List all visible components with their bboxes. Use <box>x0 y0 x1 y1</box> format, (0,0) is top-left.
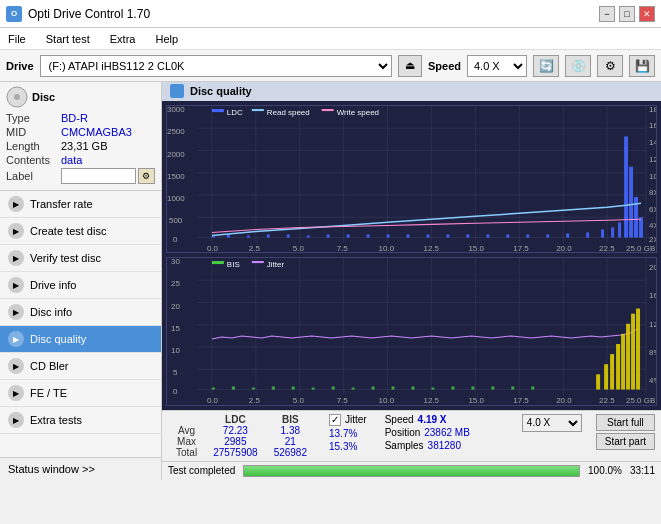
speed-select-stats[interactable]: 4.0 X <box>522 414 582 432</box>
svg-rect-56 <box>601 229 604 237</box>
svg-rect-67 <box>322 109 334 111</box>
svg-text:1000: 1000 <box>167 194 185 203</box>
svg-rect-62 <box>639 217 643 237</box>
svg-rect-63 <box>212 109 224 112</box>
disc-quality-label: Disc quality <box>30 333 86 345</box>
speed-select[interactable]: 4.0 X <box>467 55 527 77</box>
settings-button[interactable]: ⚙ <box>597 55 623 77</box>
menu-help[interactable]: Help <box>151 32 182 46</box>
svg-rect-51 <box>506 234 509 237</box>
svg-rect-118 <box>372 387 375 390</box>
svg-rect-53 <box>546 234 549 237</box>
disc-label-input[interactable] <box>61 168 136 184</box>
svg-text:15.0: 15.0 <box>468 243 484 252</box>
disc-button[interactable]: 💿 <box>565 55 591 77</box>
sidebar-item-drive-info[interactable]: ▶ Drive info <box>0 272 161 299</box>
svg-rect-113 <box>272 387 275 390</box>
sidebar-item-verify-test-disc[interactable]: ▶ Verify test disc <box>0 245 161 272</box>
svg-text:25.0 GB: 25.0 GB <box>626 396 655 405</box>
transfer-rate-label: Transfer rate <box>30 198 93 210</box>
menu-start-test[interactable]: Start test <box>42 32 94 46</box>
sidebar-item-transfer-rate[interactable]: ▶ Transfer rate <box>0 191 161 218</box>
content-area: Disc quality <box>162 82 661 480</box>
stats-total-label: Total <box>168 447 205 458</box>
disc-length-value: 23,31 GB <box>61 140 107 152</box>
progress-bar-fill <box>244 466 579 476</box>
sidebar-item-extra-tests[interactable]: ▶ Extra tests <box>0 407 161 434</box>
disc-quality-title: Disc quality <box>190 85 252 97</box>
svg-text:16X: 16X <box>649 121 656 130</box>
close-button[interactable]: ✕ <box>639 6 655 22</box>
disc-quality-icon: ▶ <box>8 331 24 347</box>
svg-rect-112 <box>252 388 255 390</box>
svg-text:6X: 6X <box>649 205 656 214</box>
svg-rect-131 <box>621 334 625 390</box>
sidebar-item-cd-bler[interactable]: ▶ CD Bler <box>0 353 161 380</box>
start-part-button[interactable]: Start part <box>596 433 655 450</box>
disc-mid-value: CMCMAGBA3 <box>61 126 132 138</box>
position-value: 23862 MB <box>424 427 470 438</box>
disc-contents-value: data <box>61 154 82 166</box>
sidebar-item-create-test-disc[interactable]: ▶ Create test disc <box>0 218 161 245</box>
svg-rect-124 <box>491 387 494 390</box>
create-test-label: Create test disc <box>30 225 106 237</box>
stats-max-bis: 21 <box>266 436 315 447</box>
progress-bar-container <box>243 465 580 477</box>
stats-header-ldc: LDC <box>205 414 266 425</box>
svg-text:Jitter: Jitter <box>267 260 285 269</box>
svg-text:20%: 20% <box>649 263 656 272</box>
disc-info-icon: ▶ <box>8 304 24 320</box>
svg-text:10.0: 10.0 <box>379 396 395 405</box>
save-button[interactable]: 💾 <box>629 55 655 77</box>
svg-rect-49 <box>466 234 469 237</box>
svg-text:2000: 2000 <box>167 149 185 158</box>
svg-rect-80 <box>167 258 656 405</box>
disc-info-label: Disc info <box>30 306 72 318</box>
start-full-button[interactable]: Start full <box>596 414 655 431</box>
svg-point-1 <box>14 94 20 100</box>
speed-value: 4.19 X <box>418 414 447 425</box>
drive-info-icon: ▶ <box>8 277 24 293</box>
progress-time: 33:11 <box>630 465 655 476</box>
svg-rect-126 <box>531 387 534 390</box>
extra-tests-label: Extra tests <box>30 414 82 426</box>
upper-chart: 3000 2500 2000 1500 1000 500 0 18X 16X 1… <box>166 105 657 254</box>
stats-max-label: Max <box>168 436 205 447</box>
svg-rect-128 <box>604 364 608 389</box>
svg-rect-45 <box>387 234 390 237</box>
menu-file[interactable]: File <box>4 32 30 46</box>
disc-type-label: Type <box>6 112 61 124</box>
sidebar-item-disc-quality[interactable]: ▶ Disc quality <box>0 326 161 353</box>
menu-extra[interactable]: Extra <box>106 32 140 46</box>
progress-percent: 100.0% <box>588 465 622 476</box>
svg-rect-55 <box>586 232 589 237</box>
speed-select-section: 4.0 X <box>522 414 582 432</box>
cd-bler-label: CD Bler <box>30 360 69 372</box>
disc-label-label: Label <box>6 170 59 182</box>
svg-rect-37 <box>227 234 230 237</box>
minimize-button[interactable]: − <box>599 6 615 22</box>
window-controls: − □ ✕ <box>599 6 655 22</box>
sidebar-item-fe-te[interactable]: ▶ FE / TE <box>0 380 161 407</box>
svg-text:8%: 8% <box>649 348 656 357</box>
svg-text:22.5: 22.5 <box>599 243 615 252</box>
status-window-button[interactable]: Status window >> <box>0 457 161 480</box>
jitter-max-value: 15.3% <box>329 441 367 452</box>
svg-text:15: 15 <box>171 324 180 333</box>
disc-label-button[interactable]: ⚙ <box>138 168 155 184</box>
speed-label: Speed <box>428 60 461 72</box>
svg-text:7.5: 7.5 <box>337 396 349 405</box>
svg-text:2500: 2500 <box>167 127 185 136</box>
jitter-checkbox[interactable]: ✓ <box>329 414 341 426</box>
svg-rect-42 <box>327 234 330 237</box>
stats-row-total: Total 27575908 526982 <box>168 447 315 458</box>
disc-quality-header-icon <box>170 84 184 98</box>
svg-text:4%: 4% <box>649 377 656 386</box>
maximize-button[interactable]: □ <box>619 6 635 22</box>
sidebar-item-disc-info[interactable]: ▶ Disc info <box>0 299 161 326</box>
drive-select[interactable]: (F:) ATAPI iHBS112 2 CL0K <box>40 55 392 77</box>
lower-chart-svg: 30 25 20 15 10 5 0 20% 16% 12% 8% 4% <box>167 258 656 405</box>
refresh-button[interactable]: 🔄 <box>533 55 559 77</box>
svg-text:4X: 4X <box>649 221 656 230</box>
eject-button[interactable]: ⏏ <box>398 55 422 77</box>
